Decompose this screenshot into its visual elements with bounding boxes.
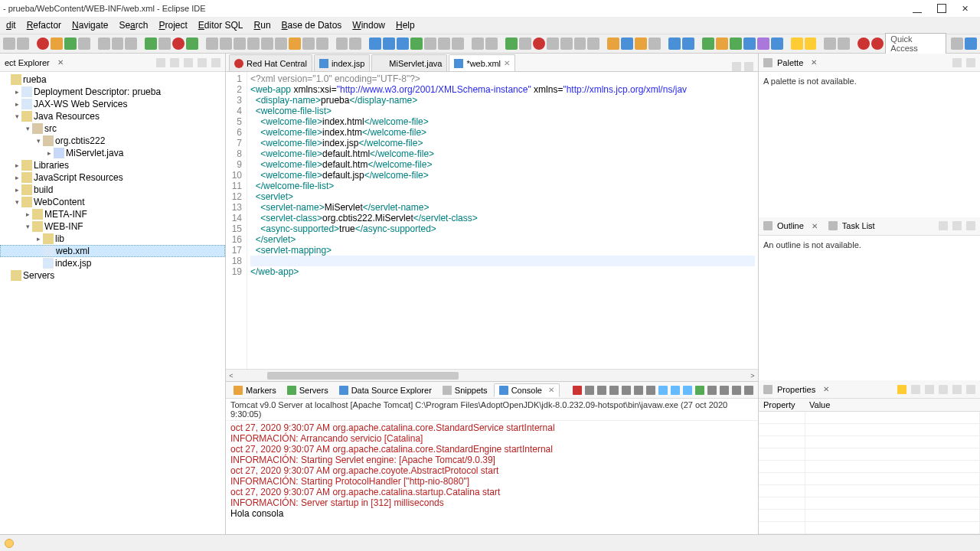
toolbar-button[interactable] — [472, 37, 484, 50]
toolbar-button[interactable] — [336, 37, 348, 50]
toolbar-button[interactable] — [621, 37, 633, 50]
bottom-tab-console[interactable]: Console✕ — [494, 383, 560, 397]
tree-node-rueba[interactable]: rueba — [0, 73, 225, 86]
toolbar-button[interactable] — [682, 37, 694, 50]
minimize-outline-icon[interactable] — [952, 221, 962, 230]
toolbar-button[interactable] — [424, 37, 436, 50]
perspective-jee-button[interactable] — [965, 37, 977, 50]
toolbar-button[interactable] — [369, 37, 381, 50]
menu-editor-sql[interactable]: Editor SQL — [194, 18, 248, 32]
maximize-button[interactable] — [937, 4, 946, 13]
tree-node-web-inf[interactable]: ▾WEB-INF — [0, 220, 225, 233]
toolbar-button[interactable] — [220, 37, 232, 50]
close-properties-icon[interactable]: ✕ — [823, 385, 829, 393]
editor-hscrollbar[interactable]: < > — [226, 369, 758, 381]
maximize-view-icon[interactable] — [211, 58, 220, 67]
close-outline-icon[interactable]: ✕ — [812, 222, 818, 230]
code-area[interactable]: <?xml version="1.0" encoding="UTF-8"?><w… — [247, 72, 758, 369]
console-action-icon[interactable] — [707, 386, 717, 395]
maximize-palette-icon[interactable] — [966, 58, 975, 67]
console-action-icon[interactable] — [597, 386, 606, 395]
tree-node-build[interactable]: ▸build — [0, 184, 225, 196]
toolbar-button[interactable] — [349, 37, 361, 50]
bottom-tab-servers[interactable]: Servers — [283, 384, 333, 396]
tree-node-web-xml[interactable]: web.xml — [0, 245, 225, 257]
prop-col-property[interactable]: Property — [759, 399, 805, 412]
minimize-button[interactable] — [913, 4, 922, 13]
editor-minimize-icon[interactable] — [732, 62, 741, 71]
editor-tab-index-jsp[interactable]: index.jsp — [314, 54, 370, 71]
properties-table[interactable]: PropertyValue — [759, 399, 980, 534]
toolbar-button[interactable] — [261, 37, 273, 50]
toolbar-button[interactable] — [858, 37, 870, 50]
scroll-thumb[interactable] — [267, 372, 459, 380]
menu-dit[interactable]: dit — [2, 18, 21, 32]
menu-search[interactable]: Search — [114, 18, 152, 32]
toolbar-button[interactable] — [668, 37, 681, 50]
toolbar-button[interactable] — [838, 37, 850, 50]
menu-refactor[interactable]: Refactor — [22, 18, 66, 32]
toolbar-button[interactable] — [824, 37, 836, 50]
menu-project[interactable]: Project — [154, 18, 191, 32]
toolbar-button[interactable] — [730, 37, 742, 50]
console-action-icon[interactable] — [695, 386, 704, 395]
prop-action-2-icon[interactable] — [911, 385, 920, 394]
toolbar-button[interactable] — [438, 37, 450, 50]
quick-access[interactable]: Quick Access — [885, 33, 946, 54]
close-view-icon[interactable]: ✕ — [57, 58, 64, 67]
console-action-icon[interactable] — [732, 386, 741, 395]
toolbar-button[interactable] — [316, 37, 328, 50]
toolbar-button[interactable] — [607, 37, 619, 50]
toolbar-button[interactable] — [635, 37, 647, 50]
close-window-button[interactable]: ✕ — [962, 4, 971, 13]
console-output[interactable]: oct 27, 2020 9:30:07 AM org.apache.catal… — [226, 421, 758, 534]
toolbar-button[interactable] — [145, 37, 157, 50]
tree-node-meta-inf[interactable]: ▸META-INF — [0, 208, 225, 220]
tab-close-icon[interactable]: ✕ — [548, 386, 554, 394]
toolbar-button[interactable] — [871, 37, 884, 50]
toolbar-button[interactable] — [37, 37, 49, 50]
toolbar-button[interactable] — [78, 37, 90, 50]
toolbar-button[interactable] — [533, 37, 545, 50]
toolbar-button[interactable] — [587, 37, 599, 50]
toolbar-button[interactable] — [791, 37, 803, 50]
console-action-icon[interactable] — [573, 386, 582, 395]
xml-editor[interactable]: 12345678910111213141516171819 <?xml vers… — [226, 72, 758, 369]
tasklist-tab[interactable]: Task List — [842, 221, 875, 230]
toolbar-button[interactable] — [743, 37, 756, 50]
toolbar-button[interactable] — [547, 37, 559, 50]
minimize-properties-icon[interactable] — [952, 385, 962, 394]
editor-tab-red-hat-central[interactable]: Red Hat Central — [229, 54, 312, 71]
view-menu-icon[interactable] — [184, 58, 193, 67]
tree-node-org-cbtis222[interactable]: ▾org.cbtis222 — [0, 135, 225, 147]
toolbar-button[interactable] — [505, 37, 518, 50]
console-action-icon[interactable] — [683, 386, 692, 395]
console-action-icon[interactable] — [658, 386, 668, 395]
toolbar-button[interactable] — [648, 37, 661, 50]
editor-tab--web-xml[interactable]: *web.xml✕ — [449, 54, 515, 71]
editor-tab-miservlet-java[interactable]: MiServlet.java — [371, 54, 447, 71]
toolbar-button[interactable] — [485, 37, 498, 50]
toolbar-button[interactable] — [247, 37, 260, 50]
toolbar-button[interactable] — [234, 37, 246, 50]
toolbar-button[interactable] — [98, 37, 110, 50]
toolbar-button[interactable] — [410, 37, 423, 50]
prop-col-value[interactable]: Value — [805, 399, 980, 412]
tree-node-libraries[interactable]: ▸Libraries — [0, 159, 225, 171]
tree-node-servers[interactable]: Servers — [0, 269, 225, 282]
collapse-all-icon[interactable] — [170, 58, 179, 67]
maximize-properties-icon[interactable] — [966, 385, 975, 394]
console-action-icon[interactable] — [609, 386, 619, 395]
tab-close-icon[interactable]: ✕ — [504, 59, 510, 67]
toolbar-button[interactable] — [560, 37, 573, 50]
toolbar-button[interactable] — [757, 37, 769, 50]
outline-action-icon[interactable] — [939, 221, 948, 230]
toolbar-button[interactable] — [206, 37, 218, 50]
scroll-right-icon[interactable]: > — [747, 372, 758, 380]
minimize-palette-icon[interactable] — [952, 58, 962, 67]
tree-node-src[interactable]: ▾src — [0, 122, 225, 135]
maximize-outline-icon[interactable] — [966, 221, 975, 230]
toolbar-button[interactable] — [397, 37, 409, 50]
perspective-button[interactable] — [951, 37, 963, 50]
toolbar-button[interactable] — [112, 37, 124, 50]
